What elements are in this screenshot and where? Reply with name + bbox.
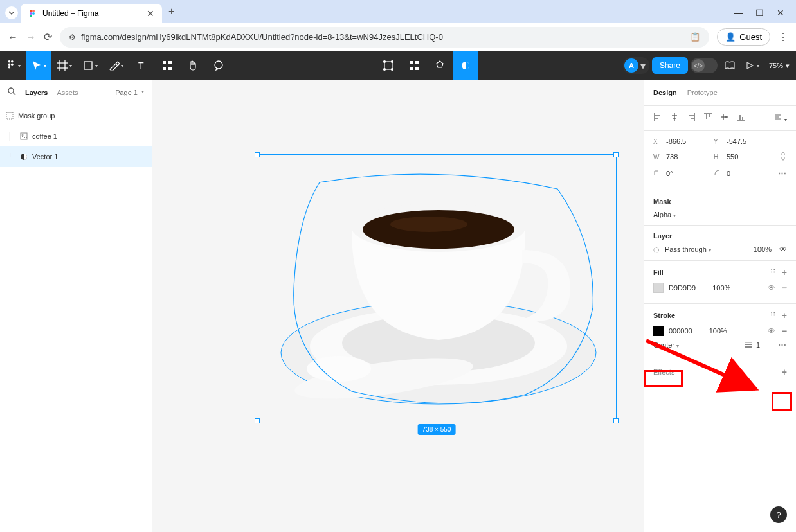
selection-bounding-box[interactable]: 738 × 550: [257, 154, 617, 421]
svg-line-69: [646, 341, 755, 389]
align-left-icon[interactable]: [653, 112, 662, 123]
tab-search-dropdown[interactable]: [5, 6, 18, 19]
svg-point-5: [8, 60, 11, 63]
url-bar[interactable]: ⚙ figma.com/design/mHy69ikdLNTMt8pKdADXX…: [60, 27, 709, 48]
w-value[interactable]: 738: [666, 153, 714, 161]
blend-mode-icon[interactable]: ◌: [653, 245, 660, 254]
svg-point-7: [8, 63, 11, 66]
user-avatar[interactable]: A: [624, 58, 638, 73]
h-value[interactable]: 550: [727, 153, 774, 161]
minimize-icon[interactable]: ―: [734, 8, 743, 18]
prototype-tab[interactable]: Prototype: [687, 89, 718, 96]
fill-visibility-icon[interactable]: 👁: [768, 283, 775, 292]
pen-tool[interactable]: ▾: [103, 51, 129, 80]
y-value[interactable]: -547.5: [727, 137, 774, 145]
blend-mode-select[interactable]: Pass through▾: [665, 245, 711, 253]
align-bottom-icon[interactable]: [737, 112, 746, 123]
dev-mode-toggle[interactable]: </>: [691, 58, 718, 73]
fill-hex[interactable]: D9D9D9: [669, 284, 696, 292]
profile-button[interactable]: 👤 Guest: [717, 28, 770, 46]
resize-handle-tl[interactable]: [255, 152, 260, 157]
stroke-more-icon[interactable]: ⋯: [778, 340, 787, 350]
browser-toolbar: ← → ⟳ ⚙ figma.com/design/mHy69ikdLNTMt8p…: [0, 23, 796, 51]
align-top-icon[interactable]: [703, 112, 712, 123]
remove-fill-icon[interactable]: −: [782, 283, 787, 293]
move-tool[interactable]: ▾: [26, 51, 51, 80]
fill-swatch[interactable]: [653, 283, 664, 293]
forward-button[interactable]: →: [26, 31, 36, 43]
layer-coffee[interactable]: │ coffee 1: [0, 126, 152, 146]
svg-point-2: [30, 12, 32, 15]
svg-rect-34: [21, 133, 27, 139]
svg-point-31: [8, 88, 14, 93]
visibility-toggle-icon[interactable]: 👁: [779, 245, 787, 254]
more-align-icon[interactable]: ▾: [773, 112, 787, 123]
layer-mask-group[interactable]: Mask group: [0, 105, 152, 126]
rotation-icon: [653, 169, 666, 177]
svg-rect-33: [6, 112, 13, 119]
design-tab[interactable]: Design: [653, 89, 677, 96]
close-tab-icon[interactable]: ✕: [147, 8, 154, 19]
frame-tool[interactable]: ▾: [51, 51, 77, 80]
maximize-icon[interactable]: ☐: [755, 8, 764, 18]
search-icon[interactable]: [8, 87, 16, 97]
browser-menu-icon[interactable]: ⋮: [778, 31, 788, 43]
clipboard-icon[interactable]: 📋: [690, 32, 700, 42]
radius-icon: [714, 169, 727, 177]
annotation-arrow: [643, 334, 772, 405]
share-button[interactable]: Share: [652, 57, 688, 74]
radius-value[interactable]: 0: [727, 170, 774, 177]
resources-tool[interactable]: [154, 51, 180, 80]
url-text: figma.com/design/mHy69ikdLNTMt8pKdADXXU/…: [81, 32, 443, 42]
text-tool[interactable]: T: [129, 51, 154, 80]
shape-tool[interactable]: ▾: [77, 51, 103, 80]
layers-tab[interactable]: Layers: [25, 89, 48, 96]
canvas[interactable]: 738 × 550: [152, 80, 644, 532]
new-tab-button[interactable]: +: [168, 6, 174, 17]
close-window-icon[interactable]: ✕: [777, 8, 784, 18]
svg-rect-26: [410, 61, 413, 64]
back-button[interactable]: ←: [8, 31, 18, 43]
resize-handle-br[interactable]: [613, 418, 619, 423]
reload-button[interactable]: ⟳: [44, 31, 52, 43]
library-icon[interactable]: [720, 51, 739, 80]
hand-tool[interactable]: [180, 51, 206, 80]
edit-object-tool[interactable]: [375, 51, 401, 80]
layer-vector[interactable]: └ Vector 1: [0, 146, 152, 167]
align-vcenter-icon[interactable]: [720, 112, 729, 123]
add-fill-icon[interactable]: +: [782, 267, 787, 278]
styles-icon[interactable]: ∷: [771, 310, 775, 321]
main-menu-button[interactable]: ▾: [0, 51, 26, 80]
align-hcenter-icon[interactable]: [670, 112, 679, 123]
zoom-control[interactable]: 75%▾: [769, 62, 790, 70]
chevron-down-icon[interactable]: ▾: [640, 60, 646, 72]
component-tool[interactable]: [401, 51, 427, 80]
more-options-icon[interactable]: ⋯: [778, 168, 787, 178]
fill-opacity[interactable]: 100%: [712, 284, 730, 292]
boolean-tool[interactable]: [453, 51, 478, 80]
svg-point-9: [8, 66, 11, 69]
resize-handle-bl[interactable]: [255, 418, 260, 423]
comment-tool[interactable]: [206, 51, 231, 80]
styles-icon[interactable]: ∷: [771, 267, 775, 278]
svg-rect-17: [168, 61, 172, 64]
constrain-proportions-icon[interactable]: [779, 152, 787, 162]
remove-stroke-icon[interactable]: −: [782, 326, 787, 336]
resize-handle-tr[interactable]: [613, 152, 619, 157]
assets-tab[interactable]: Assets: [57, 89, 78, 96]
layer-opacity[interactable]: 100%: [754, 245, 772, 253]
x-value[interactable]: -866.5: [666, 137, 714, 145]
align-right-icon[interactable]: [687, 112, 696, 123]
svg-rect-19: [168, 67, 172, 70]
mask-tool[interactable]: [427, 51, 453, 80]
site-settings-icon[interactable]: ⚙: [69, 33, 76, 42]
browser-tab[interactable]: Untitled – Figma ✕: [21, 4, 162, 23]
page-selector[interactable]: Page 1▾: [115, 89, 144, 96]
add-stroke-icon[interactable]: +: [782, 310, 787, 321]
add-effect-icon[interactable]: +: [782, 367, 787, 377]
present-button[interactable]: ▾: [742, 51, 761, 80]
mask-mode-select[interactable]: Alpha▾: [653, 211, 676, 218]
help-button[interactable]: ?: [770, 506, 787, 523]
fill-section-title: Fill: [653, 269, 664, 276]
rotation-value[interactable]: 0°: [666, 170, 714, 177]
